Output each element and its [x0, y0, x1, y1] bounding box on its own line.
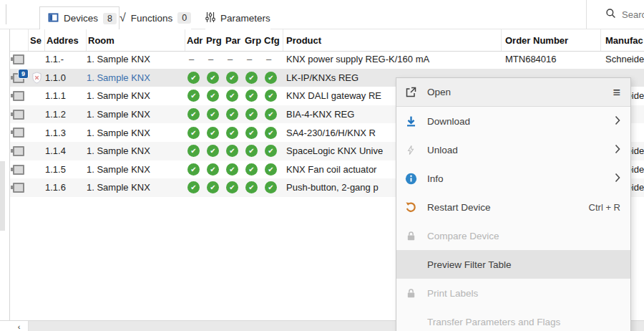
column-header-address[interactable]: Addres — [45, 29, 87, 51]
device-address: 1.1.4 — [45, 145, 87, 156]
room-cell: 1. Sample KNX — [87, 90, 185, 101]
device-icon — [10, 160, 29, 179]
security-cell — [29, 87, 45, 105]
device-address: 1.1.1 — [45, 90, 87, 101]
device-address: 1.1.2 — [45, 109, 87, 120]
security-cell — [29, 123, 45, 142]
menu-item-download[interactable]: Download — [396, 107, 630, 135]
security-cell — [29, 142, 45, 160]
info-icon — [404, 171, 418, 186]
menu-item-label: Info — [427, 173, 615, 184]
status-cell: ✔ — [243, 145, 263, 157]
device-address: 1.1.- — [45, 54, 87, 64]
chevron-right-icon — [615, 173, 620, 185]
status-cell: ✔ — [205, 72, 224, 84]
room-cell: 1. Sample KNX — [87, 72, 185, 83]
status-cell: ✔ — [185, 127, 205, 139]
shortcut-hint: Ctrl + R — [589, 202, 620, 213]
status-cell: – — [263, 54, 283, 64]
column-header-manufacturer[interactable]: Manufac — [601, 29, 644, 51]
status-ok-icon: ✔ — [245, 108, 258, 120]
security-warning-icon — [29, 69, 45, 87]
status-ok-icon: ✔ — [187, 163, 200, 176]
device-icon — [10, 87, 29, 105]
status-ok-icon: ✔ — [245, 90, 258, 102]
status-ok-icon: ✔ — [187, 181, 200, 193]
status-ok-icon: ✔ — [187, 72, 200, 84]
column-header-prg[interactable]: Prg — [205, 29, 224, 51]
menu-item-print-labels: Print Labels — [396, 279, 630, 307]
menu-item-unload[interactable]: Unload — [396, 135, 630, 164]
status-ok-icon: ✔ — [265, 72, 277, 84]
status-cell: ✔ — [224, 145, 243, 157]
tab-devices[interactable]: Devices 8 — [39, 6, 119, 29]
lock-icon — [404, 229, 418, 243]
device-icon — [10, 105, 29, 124]
status-empty: – — [266, 54, 271, 64]
status-ok-icon: ✔ — [265, 163, 277, 176]
device-address: 1.1.5 — [45, 164, 87, 175]
status-cell: ✔ — [205, 181, 224, 193]
status-empty: – — [208, 54, 213, 64]
column-header-par[interactable]: Par — [224, 29, 243, 51]
menu-item-compare-device: Compare Device — [396, 221, 630, 250]
status-cell: ✔ — [263, 72, 283, 84]
column-header-grp[interactable]: Grp — [243, 29, 263, 51]
status-ok-icon: ✔ — [226, 163, 238, 176]
status-cell: ✔ — [263, 181, 283, 193]
tab-functions-label: Functions — [131, 13, 173, 24]
column-header-room[interactable]: Room — [87, 29, 185, 51]
tab-devices-label: Devices — [64, 13, 98, 24]
column-header-icon[interactable] — [10, 29, 29, 51]
status-ok-icon: ✔ — [226, 127, 238, 139]
table-header: Se Addres Room Adr Prg Par Grp Cfg Produ… — [10, 29, 644, 52]
chevron-right-icon — [615, 115, 620, 128]
status-ok-icon: ✔ — [226, 145, 238, 157]
menu-item-label: Transfer Parameters and Flags — [427, 317, 620, 327]
table-row[interactable]: 1.1.-1. Sample KNX–––––KNX power supply … — [10, 50, 644, 69]
tab-functions[interactable]: √ Functions 0 — [119, 6, 191, 29]
status-ok-icon: ✔ — [226, 181, 238, 193]
status-ok-icon: ✔ — [265, 108, 277, 120]
unload-icon — [404, 143, 418, 157]
status-ok-icon: ✔ — [245, 181, 258, 193]
download-icon — [404, 114, 418, 128]
room-cell: 1. Sample KNX — [87, 128, 185, 138]
menu-handle-icon[interactable]: ≡ — [613, 86, 620, 99]
column-header-adr[interactable]: Adr — [185, 29, 205, 51]
status-cell: ✔ — [243, 163, 263, 176]
status-empty: – — [247, 54, 252, 64]
functions-count-badge: 0 — [177, 12, 191, 24]
status-cell: ✔ — [185, 163, 205, 176]
search-box[interactable] — [586, 0, 644, 29]
menu-item-open[interactable]: Open≡ — [396, 78, 630, 107]
device-icon — [10, 142, 29, 160]
status-ok-icon: ✔ — [265, 127, 277, 139]
menu-item-preview-filter-table[interactable]: Preview Filter Table — [396, 250, 630, 279]
status-cell: – — [205, 54, 224, 64]
sliders-icon — [205, 11, 215, 25]
product-cell: KNX power supply REG-K/160 mA — [283, 54, 502, 64]
column-header-security[interactable]: Se — [29, 29, 45, 51]
menu-item-info[interactable]: Info — [396, 164, 630, 193]
status-ok-icon: ✔ — [265, 181, 277, 193]
menu-item-restart-device[interactable]: Restart DeviceCtrl + R — [396, 193, 630, 221]
scroll-left-button[interactable]: ‹ — [10, 321, 29, 331]
vertical-scrollbar-thumb[interactable] — [0, 161, 5, 231]
column-header-order-number[interactable]: Order Number — [502, 29, 601, 51]
column-header-cfg[interactable]: Cfg — [263, 29, 283, 51]
security-cell — [29, 50, 45, 69]
status-ok-icon: ✔ — [207, 127, 219, 139]
status-ok-icon: ✔ — [226, 72, 238, 84]
status-cell: ✔ — [185, 90, 205, 102]
search-input[interactable] — [620, 9, 644, 21]
column-header-product[interactable]: Product — [283, 29, 502, 51]
tab-parameters-label: Parameters — [220, 13, 270, 24]
menu-item-label: Preview Filter Table — [427, 259, 620, 270]
security-cell — [29, 105, 45, 124]
device-icon — [10, 178, 29, 197]
tab-parameters[interactable]: Parameters — [205, 6, 270, 29]
status-empty: – — [189, 54, 194, 64]
status-cell: ✔ — [263, 108, 283, 120]
open-icon — [404, 85, 418, 100]
